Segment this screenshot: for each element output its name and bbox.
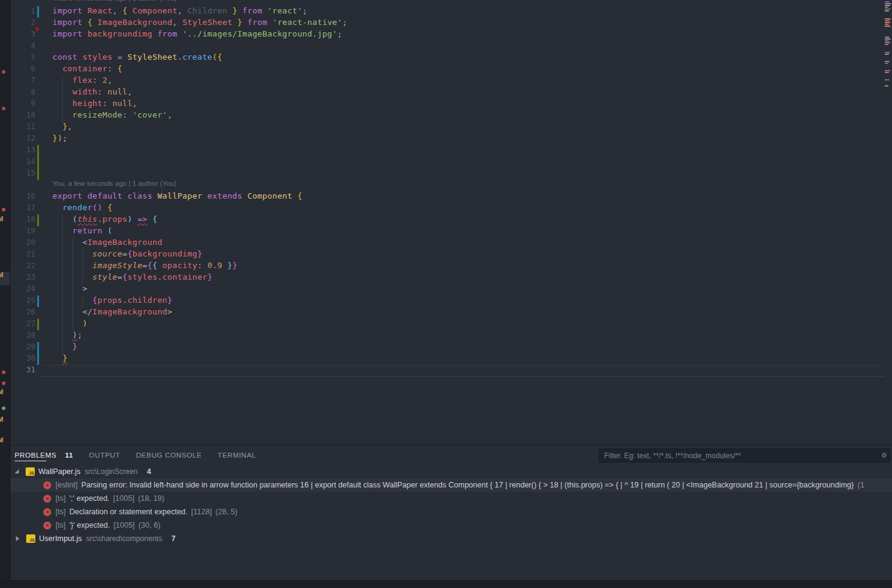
gutter-line-number[interactable]: 1 [10,6,35,15]
code-editor[interactable]: You, a few seconds ago | 1 author (You)i… [0,0,892,445]
code-line[interactable]: 15 [0,168,892,180]
gutter-line-number[interactable]: 31 [10,365,35,374]
gutter-line-number[interactable]: 23 [10,272,35,282]
gutter-line-number[interactable]: 26 [10,307,35,316]
code-line[interactable]: const styles = StyleSheet.create({5 [0,52,892,64]
gutter-line-number[interactable]: 16 [10,191,35,200]
codelens[interactable]: You, a few seconds ago | 1 author (You) [0,180,892,191]
problem-row[interactable]: ✕[ts]Declaration or statement expected.[… [10,505,892,519]
gutter-line-number[interactable]: 17 [10,203,35,212]
code-line[interactable]: export default class WallPaper extends C… [0,191,892,203]
gutter-line-number[interactable]: 14 [10,157,35,166]
gutter-line-number[interactable]: 3 [10,29,35,38]
code-text: source={backgroundimg} [52,249,202,258]
code-line[interactable]: },11 [0,122,892,133]
gutter-line-number[interactable]: 22 [10,261,35,270]
gutter-line-number[interactable]: 19 [10,226,35,235]
gutter-line-number[interactable]: 6 [10,64,35,73]
gutter-line-number[interactable]: 4 [10,41,35,50]
problem-row[interactable]: ✕[ts]'}' expected.[1005](30, 6) [10,519,892,532]
problem-code: [1005] [113,494,135,503]
minimap-code-mark [885,9,891,10]
gutter-line-number[interactable]: 21 [10,249,35,258]
gutter-line-number[interactable]: 11 [10,122,35,131]
code-line[interactable]: {props.children}25 [0,296,892,307]
code-line[interactable]: width: null,8 [0,87,892,99]
gutter-line-number[interactable]: 2 [10,18,35,27]
code-line[interactable]: source={backgroundimg}21 [0,249,892,261]
minimap-code-mark [885,7,888,8]
problem-row[interactable]: ✕[eslint]Parsing error: Invalid left-han… [10,478,892,492]
indent-guide [82,249,83,261]
code-line[interactable]: import React, { Component, Children } fr… [0,6,892,18]
code-line[interactable]: 14 [0,157,892,168]
chevron-expanded-icon[interactable] [15,469,19,473]
gutter-line-number[interactable]: 8 [10,87,35,96]
code-line[interactable]: container: {6 [0,64,892,76]
code-line[interactable]: (this.props) => {18 [0,214,892,226]
problem-source: [eslint] [55,481,77,489]
codelens[interactable]: You, a few seconds ago | 1 author (You) [0,0,892,6]
problem-source: [ts] [55,508,66,516]
code-line[interactable]: 13 [0,145,892,157]
code-line[interactable]: >24 [0,284,892,296]
gutter-line-number[interactable]: 15 [10,168,35,177]
gutter-line-number[interactable]: 24 [10,284,35,293]
tab-problems[interactable]: PROBLEMS 11 [15,445,73,465]
chevron-collapsed-icon[interactable] [16,536,20,541]
code-line[interactable]: resizeMode: 'cover',10 [0,110,892,122]
gutter-line-number[interactable]: 27 [10,319,35,328]
code-line[interactable]: );28 [0,330,892,342]
gutter-line-number[interactable]: 13 [10,145,35,154]
code-line[interactable]: </ImageBackground>26 [0,307,892,319]
minimap-code-mark [885,10,889,12]
tab-output[interactable]: OUTPUT [89,445,120,465]
explorer-sidebar-sliver[interactable]: MMMMM [0,0,10,580]
code-line[interactable]: imageStyle={{ opacity: 0.9 }}22 [0,261,892,272]
problem-message: ';' expected. [70,494,110,503]
code-text: } [52,353,68,363]
problems-file-row[interactable]: JSWallPaper.jssrc\LoginScreen4 [10,465,892,478]
gutter-line-number[interactable]: 28 [10,330,35,339]
code-line[interactable]: 31 [0,365,892,377]
gutter-line-number[interactable]: 30 [10,353,35,363]
gutter-line-number[interactable]: 20 [10,238,35,247]
code-line[interactable]: }29 [0,342,892,353]
problem-row[interactable]: ✕[ts]';' expected.[1005](18, 19) [10,492,892,505]
gutter-line-number[interactable]: 9 [10,99,35,108]
filter-icon[interactable]: ⚙ [881,452,888,459]
code-line[interactable]: }30 [0,353,892,365]
problem-file-count: 7 [171,534,176,543]
code-line[interactable]: height: null,9 [0,99,892,110]
problems-file-row[interactable]: JSUserImput.jssrc\shared\components7 [10,532,892,545]
code-line[interactable]: 4 [0,41,892,52]
gutter-line-number[interactable]: 10 [10,110,35,119]
problem-file-name: UserImput.js [39,534,82,543]
code-line[interactable]: return (19 [0,226,892,238]
minimap-code-mark [885,52,890,53]
code-line[interactable]: <ImageBackground20 [0,238,892,249]
code-line[interactable]: flex: 2,7 [0,76,892,87]
gutter-line-number[interactable]: 7 [10,76,35,85]
code-line[interactable]: style={styles.container}23 [0,272,892,284]
code-line[interactable]: import backgroundimg from '../images/Ima… [0,29,892,41]
problems-filter-input[interactable] [599,448,890,462]
minimap-code-mark [885,5,890,6]
tab-terminal[interactable]: TERMINAL [218,445,256,465]
code-line[interactable]: });12 [0,133,892,145]
gutter-line-number[interactable]: 25 [10,296,35,305]
code-line[interactable]: render() {17 [0,203,892,214]
indent-guide [73,284,73,296]
problem-message: Declaration or statement expected. [70,508,188,516]
gutter-line-number[interactable]: 5 [10,52,35,62]
gutter-line-number[interactable]: 29 [10,342,35,351]
code-line[interactable]: import { ImageBackground, StyleSheet } f… [0,18,892,29]
gutter-line-number[interactable]: 18 [10,214,35,224]
gutter-line-number[interactable]: 12 [10,133,35,143]
git-modified-marker [37,353,39,365]
indent-guide [82,261,83,272]
problem-file-path: src\LoginScreen [85,467,138,476]
minimap[interactable] [884,0,892,97]
tab-debug-console[interactable]: DEBUG CONSOLE [136,445,202,465]
code-line[interactable]: )27 [0,319,892,330]
